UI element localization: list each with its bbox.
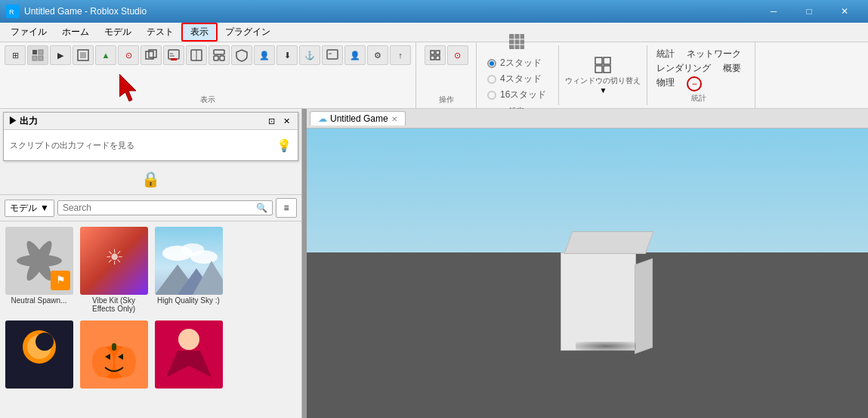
svg-rect-33 [604,66,610,73]
asset-thumb-4 [5,320,73,389]
menu-file[interactable]: ファイル [3,23,54,42]
tb-btn-anchor[interactable]: ⚓ [299,45,320,65]
toolbar: ⊞ ▶ ▲ ⊙ [0,42,868,109]
menu-model[interactable]: モデル [97,23,139,42]
output-title-bar: ▶ 出力 ⊡ ✕ [4,113,298,130]
svg-rect-2 [32,50,37,54]
model-dropdown[interactable]: モデル ▼ [5,200,54,217]
svg-rect-24 [436,56,440,60]
tb-btn-shield[interactable] [231,45,252,65]
main-area: ▶ 出力 ⊡ ✕ スクリプトの出力フィードを見る 💡 🔒 モデル ▼ [0,109,868,418]
minimize-button[interactable]: ─ [756,0,791,23]
tb-btn-layout[interactable] [209,45,230,65]
left-panel: ▶ 出力 ⊡ ✕ スクリプトの出力フィードを見る 💡 🔒 モデル ▼ [0,109,302,418]
viewport: ☁ Untitled Game ✕ [307,109,868,418]
physics-minus-btn[interactable]: − [687,76,702,91]
radio-4stud[interactable]: 4スタッド [487,73,546,85]
stats-row-2: レンダリング 概要 [656,62,741,75]
tb-btn-target[interactable]: ⊙ [118,45,139,65]
stat-physics[interactable]: 物理 [656,76,675,91]
svg-text:R: R [9,8,14,16]
svg-text:⚑: ⚑ [55,274,65,286]
svg-rect-4 [32,56,37,60]
asset-item-4[interactable] [3,318,75,392]
search-icon: 🔍 [256,203,267,213]
svg-point-57 [115,347,136,377]
filter-button[interactable]: ≡ [276,198,297,218]
output-title-text: ▶ 出力 [8,115,38,128]
toolbar-buttons: ⊞ ▶ ▲ ⊙ [5,45,411,93]
output-body: スクリプトの出力フィードを見る 💡 [4,130,298,160]
tb-btn-grid[interactable]: ⊞ [5,45,26,65]
asset-neutral-spawn[interactable]: ⚑ Neutral Spawn... [3,224,75,315]
tb-btn-arrow[interactable]: ↑ [390,45,411,65]
asset-thumb-neutral: ⚑ [5,227,73,295]
toolbar-op-buttons: ⊙ [425,45,468,93]
tb-cmd2[interactable] [322,45,343,65]
svg-text:☀: ☀ [104,246,123,269]
radio-dot-4stud [487,75,496,84]
stud-radio-group: 2スタッド 4スタッド 16スタッド [481,54,552,104]
tb-btn-play[interactable]: ▶ [50,45,71,65]
tb-btn-fullscreen[interactable] [425,45,446,65]
tb-btn-person[interactable]: 👤 [344,45,366,65]
svg-point-46 [190,250,218,264]
asset-neutral-spawn-label: Neutral Spawn... [11,296,67,305]
tb-btn-box[interactable] [141,45,162,65]
tb-btn-capture[interactable]: ⊙ [447,45,468,65]
radio-2stud-label: 2スタッド [500,57,542,70]
tb-cmd-btn[interactable] [163,45,184,65]
scene-canvas[interactable] [307,128,868,418]
close-button[interactable]: ✕ [827,0,862,23]
viewport-tab-item[interactable]: ☁ Untitled Game ✕ [310,111,406,125]
viewport-tab-close-btn[interactable]: ✕ [391,115,397,123]
tb-btn-users[interactable]: 👤 [254,45,275,65]
dropdown-arrow: ▼ [599,86,607,94]
stat-stats[interactable]: 統計 [656,48,675,60]
svg-rect-18 [220,56,224,60]
radio-2stud[interactable]: 2スタッド [487,57,546,70]
tb-btn-mountain[interactable]: ▲ [95,45,116,65]
svg-rect-7 [80,52,86,58]
asset-sky-label: High Quality Sky :) [157,296,220,305]
radio-16stud-label: 16スタッド [500,88,546,101]
output-panel: ▶ 出力 ⊡ ✕ スクリプトの出力フィードを見る 💡 [3,112,298,161]
tb-btn-download[interactable]: ⬇ [276,45,298,65]
menu-home[interactable]: ホーム [54,23,97,42]
window-title: Untitled Game - Roblox Studio [24,6,147,17]
tb-btn-settings2[interactable]: ⚙ [367,45,388,65]
window-switch-icon[interactable] [594,56,612,74]
asset-vibe-kit[interactable]: ☀ Vibe Kit (Sky Effects Only) [78,224,150,315]
asset-item-5[interactable] [78,318,150,392]
output-restore-btn[interactable]: ⊡ [264,114,278,128]
svg-rect-10 [168,50,179,59]
model-dropdown-label: モデル [10,202,37,215]
svg-rect-31 [604,57,610,64]
tb-btn-panel2[interactable] [186,45,207,65]
radio-16stud[interactable]: 16スタッド [487,88,546,101]
stat-summary[interactable]: 概要 [723,62,741,75]
svg-rect-32 [595,66,602,73]
menu-view[interactable]: 表示 [181,23,218,42]
maximize-button[interactable]: □ [792,0,826,23]
cloud-icon: ☁ [318,113,327,124]
output-close-btn[interactable]: ✕ [280,114,293,128]
stat-render[interactable]: レンダリング [656,62,711,75]
menu-plugin[interactable]: プラグイン [218,23,278,42]
asset-thumb-vibe: ☀ [80,227,148,295]
lock-icon-area: 🔒 [0,164,301,195]
svg-rect-22 [436,51,440,54]
tb-btn-view2[interactable] [73,45,94,65]
asset-item-6[interactable] [153,318,224,392]
svg-rect-5 [39,56,43,60]
box-top-face [564,231,653,254]
menu-test[interactable]: テスト [139,23,181,42]
lightbulb-icon: 💡 [276,138,292,153]
search-input[interactable] [63,203,256,213]
stat-network[interactable]: ネットワーク [687,48,741,60]
svg-rect-17 [214,56,218,60]
svg-point-56 [92,347,113,377]
toolbar-op-group: ⊙ 操作 [416,42,477,108]
asset-high-quality-sky[interactable]: High Quality Sky :) [153,224,224,315]
tb-btn-view1[interactable] [27,45,48,65]
